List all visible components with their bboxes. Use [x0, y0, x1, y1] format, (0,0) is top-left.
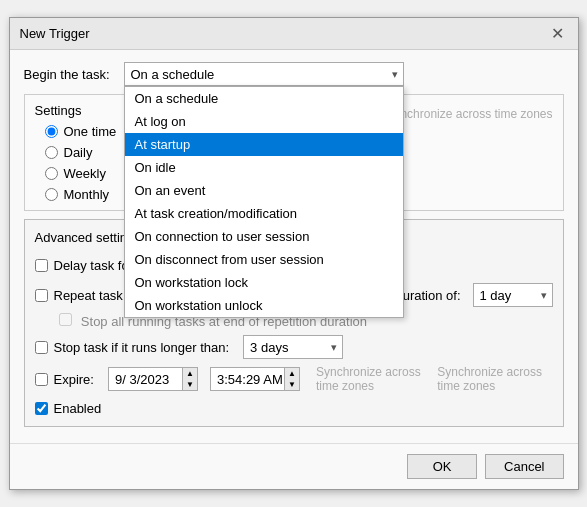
option-on-a-schedule[interactable]: On a schedule — [125, 87, 403, 110]
enabled-label: Enabled — [54, 401, 102, 416]
expire-date-wrapper: ▲ ▼ — [108, 367, 198, 391]
duration-select-wrapper[interactable]: 1 day — [473, 283, 553, 307]
dialog-body: Begin the task: On a schedule On a sched… — [10, 50, 578, 439]
option-at-task-creation[interactable]: At task creation/modification — [125, 202, 403, 225]
repeat-checkbox[interactable] — [35, 289, 48, 302]
radio-daily[interactable] — [45, 146, 58, 159]
begin-task-label: Begin the task: — [24, 67, 124, 82]
radio-weekly-row: Weekly — [45, 166, 135, 181]
sync-text-expire: Synchronize across time zones — [437, 365, 552, 393]
stop-longer-select[interactable]: 3 days — [243, 335, 343, 359]
expire-checkbox[interactable] — [35, 373, 48, 386]
expire-date-down[interactable]: ▼ — [182, 379, 197, 390]
radio-group: One time Daily Weekly Monthly — [45, 124, 135, 202]
duration-select[interactable]: 1 day — [473, 283, 553, 307]
enabled-row: Enabled — [35, 401, 553, 416]
stop-longer-checkbox[interactable] — [35, 341, 48, 354]
option-on-idle[interactable]: On idle — [125, 156, 403, 179]
option-on-an-event[interactable]: On an event — [125, 179, 403, 202]
expire-row: Expire: ▲ ▼ ▲ ▼ Synchronize across time … — [35, 365, 553, 393]
title-bar: New Trigger ✕ — [10, 18, 578, 50]
settings-label-and-radios: Settings One time Daily Weekly — [35, 103, 135, 202]
stop-longer-row: Stop task if it runs longer than: 3 days — [35, 335, 553, 359]
expire-date-up[interactable]: ▲ — [182, 368, 197, 379]
ok-button[interactable]: OK — [407, 454, 477, 479]
radio-daily-label: Daily — [64, 145, 93, 160]
sync-label-expire: Synchronize across time zones — [316, 365, 431, 393]
radio-weekly[interactable] — [45, 167, 58, 180]
settings-label: Settings — [35, 103, 135, 118]
stop-running-checkbox — [59, 313, 72, 326]
radio-one-time-label: One time — [64, 124, 117, 139]
cancel-button[interactable]: Cancel — [485, 454, 563, 479]
begin-task-dropdown-list: On a schedule At log on At startup On id… — [124, 86, 404, 318]
radio-monthly-row: Monthly — [45, 187, 135, 202]
radio-monthly-label: Monthly — [64, 187, 110, 202]
option-on-disconnect[interactable]: On disconnect from user session — [125, 248, 403, 271]
delay-checkbox[interactable] — [35, 259, 48, 272]
begin-task-dropdown-container: On a schedule On a schedule At log on At… — [124, 62, 404, 86]
button-row: OK Cancel — [10, 443, 578, 489]
stop-longer-label: Stop task if it runs longer than: — [54, 340, 230, 355]
radio-weekly-label: Weekly — [64, 166, 106, 181]
expire-date-spinner: ▲ ▼ — [182, 368, 197, 390]
expire-time-down[interactable]: ▼ — [284, 379, 299, 390]
enabled-checkbox[interactable] — [35, 402, 48, 415]
expire-time-wrapper: ▲ ▼ — [210, 367, 300, 391]
expire-label: Expire: — [54, 372, 94, 387]
radio-one-time-row: One time — [45, 124, 135, 139]
radio-monthly[interactable] — [45, 188, 58, 201]
expire-time-spinner: ▲ ▼ — [284, 368, 299, 390]
begin-task-select[interactable]: On a schedule — [124, 62, 404, 86]
option-on-workstation-lock[interactable]: On workstation lock — [125, 271, 403, 294]
begin-task-row: Begin the task: On a schedule On a sched… — [24, 62, 564, 86]
radio-daily-row: Daily — [45, 145, 135, 160]
expire-time-up[interactable]: ▲ — [284, 368, 299, 379]
option-at-log-on[interactable]: At log on — [125, 110, 403, 133]
new-trigger-dialog: New Trigger ✕ Begin the task: On a sched… — [9, 17, 579, 490]
sync-label-settings: Synchronize across time zones — [386, 107, 552, 121]
dialog-title: New Trigger — [20, 26, 90, 41]
option-at-startup[interactable]: At startup — [125, 133, 403, 156]
stop-longer-select-wrapper[interactable]: 3 days — [243, 335, 343, 359]
radio-one-time[interactable] — [45, 125, 58, 138]
option-on-connection[interactable]: On connection to user session — [125, 225, 403, 248]
begin-task-select-wrapper[interactable]: On a schedule — [124, 62, 404, 86]
close-button[interactable]: ✕ — [547, 24, 568, 43]
option-on-workstation-unlock[interactable]: On workstation unlock — [125, 294, 403, 317]
